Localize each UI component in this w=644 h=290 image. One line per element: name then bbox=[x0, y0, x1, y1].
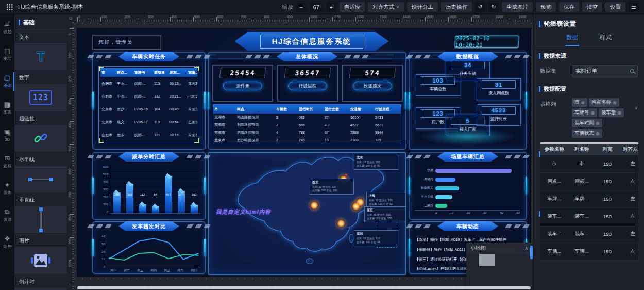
table-cell: 9844 bbox=[374, 131, 401, 134]
eye-icon[interactable]: ⊙ bbox=[67, 14, 74, 22]
tag-close-icon[interactable]: ⊗ bbox=[596, 121, 600, 126]
autofit-button[interactable]: 自适应 bbox=[340, 2, 365, 12]
tag-label: 车牌号 bbox=[574, 109, 589, 116]
search-icon[interactable] bbox=[630, 69, 634, 73]
design-canvas[interactable]: ⊙ 01002003004005006007008009001000110012… bbox=[67, 14, 533, 290]
tag-close-icon[interactable]: ⊗ bbox=[618, 110, 622, 116]
panel-data-overview[interactable]: 数据概览 103车辆总数34任务车辆31接入网点数123用户数5接入厂家4523… bbox=[409, 52, 527, 149]
tag-chip[interactable]: 装车量⊗ bbox=[599, 108, 624, 117]
overview-stat[interactable]: 36547行驶里程 bbox=[278, 65, 337, 101]
screen-title-widget[interactable]: HJ综合信息服务系统 bbox=[234, 32, 389, 51]
tag-close-icon[interactable]: ⊗ bbox=[581, 100, 585, 105]
component-tile-countdown[interactable] bbox=[14, 288, 67, 290]
table-cell: 已发车 bbox=[187, 120, 197, 125]
preview-button[interactable]: 预览 bbox=[536, 2, 556, 12]
panel-china-map[interactable]: 我是自定义html内容 ★ 北京在库: 10 营业点: 200总车辆: 900 … bbox=[208, 152, 406, 275]
rail-item-decoration[interactable]: ✦装饰 bbox=[0, 175, 14, 202]
rail-item-layers[interactable]: ▤图层 bbox=[0, 41, 14, 68]
panel-vehicle-tasks[interactable]: 车辆实时任务 市网点...车牌号装车量装车...车辆...合肥市中山...皖邮-… bbox=[93, 52, 205, 149]
tag-chip[interactable]: 车牌号⊗ bbox=[572, 108, 597, 117]
rail-item-3d[interactable]: ▣3D bbox=[0, 122, 14, 149]
tick-label: 周三 bbox=[137, 268, 143, 273]
rail-item-basic[interactable]: ▢基础 bbox=[0, 68, 14, 95]
panel-dispatch-summary[interactable]: 派单分时汇总 6005004003002001000 2563651128446… bbox=[93, 152, 205, 219]
rail-item-resource[interactable]: ⧉资源 bbox=[0, 202, 14, 229]
overview-stat[interactable]: 25454派件量 bbox=[213, 65, 273, 101]
component-tile-image[interactable] bbox=[14, 247, 67, 274]
tag-chip[interactable]: 网点名称⊗ bbox=[589, 98, 619, 107]
collapse-chevron-icon[interactable]: ∧ bbox=[524, 246, 528, 251]
history-button[interactable]: 历史操作 bbox=[441, 2, 472, 12]
basic-icon: ▢ bbox=[4, 74, 10, 81]
table-header-row: 参数名称列名称列宽对齐方式 bbox=[540, 144, 638, 155]
minimap-viewport[interactable] bbox=[479, 254, 495, 266]
tag-chip[interactable]: 市⊗ bbox=[572, 98, 587, 107]
design-division-button[interactable]: 设计分工 bbox=[407, 2, 438, 12]
table-cell: 249 bbox=[298, 138, 324, 142]
save-button[interactable]: 保存 bbox=[559, 2, 579, 12]
rail-item-collapse[interactable]: ≡收起 bbox=[0, 14, 14, 41]
component-tile-hyperlink[interactable] bbox=[14, 125, 67, 152]
stat-value: 4523 bbox=[482, 106, 516, 115]
undo-icon[interactable]: ↺ bbox=[475, 3, 485, 12]
align-mode-button[interactable]: 对齐方式 ∨ bbox=[368, 2, 404, 12]
panel-overview[interactable]: 总体概况 25454派件量36547行驶里程574投递趟次 市网点车辆数运行时长… bbox=[208, 52, 406, 149]
minimap-panel: 小地图 ∧ bbox=[466, 243, 532, 290]
bar-column: 256 bbox=[113, 165, 121, 213]
component-tile-hline[interactable] bbox=[14, 166, 67, 192]
panel-deco bbox=[186, 155, 211, 158]
ruler-label: 0 bbox=[78, 15, 80, 19]
tag-chip[interactable]: 车辆状态⊗ bbox=[572, 129, 602, 138]
tick-label: 周二 bbox=[124, 268, 130, 273]
datetime-widget[interactable]: 2025-02-10 10:20:21 bbox=[454, 36, 519, 48]
tab-data[interactable]: 数据 bbox=[565, 33, 579, 46]
map-marker-浙江 bbox=[351, 202, 361, 211]
tab-style[interactable]: 样式 bbox=[599, 33, 613, 46]
minimap-body[interactable] bbox=[466, 254, 532, 290]
dashboard-artboard[interactable]: 您好，管理员 HJ综合信息服务系统 2025-02-10 10:20:21 车辆… bbox=[77, 28, 531, 276]
horizontal-scrollbar[interactable] bbox=[77, 286, 531, 289]
component-tile-number[interactable]: 123 bbox=[14, 84, 67, 111]
clear-button[interactable]: 清空 bbox=[582, 2, 602, 12]
settings-button[interactable]: 设置 bbox=[605, 2, 625, 12]
app-grid-icon[interactable] bbox=[6, 4, 13, 10]
vertical-scrollbar[interactable] bbox=[530, 246, 533, 259]
overview-stat[interactable]: 574投递趟次 bbox=[343, 65, 402, 101]
tick-label: 周五 bbox=[164, 268, 170, 273]
tag-close-icon[interactable]: ⊗ bbox=[613, 100, 617, 105]
zoom-out-button[interactable]: − bbox=[296, 3, 307, 12]
zoom-in-button[interactable]: + bbox=[326, 3, 336, 12]
table-cell: 87 bbox=[324, 116, 349, 119]
hbar-row: 中控主机 bbox=[415, 195, 520, 199]
map-callout-深圳: 深圳在库: 18 营业点: 210总车辆: 100 在途: 98 bbox=[354, 230, 398, 246]
table-cell: 104 bbox=[153, 107, 168, 111]
rail-item-charts[interactable]: ▦图表 bbox=[0, 95, 14, 122]
hbar-label: 中控主机 bbox=[415, 195, 433, 199]
greeting-widget[interactable]: 您好，管理员 bbox=[93, 35, 161, 49]
panel-yard-summary[interactable]: 场里车辆汇总 空调单摄灯智能网关中控主机三摄灯 01020304050 bbox=[409, 152, 527, 219]
tag-chip[interactable]: 装车时间⊗ bbox=[572, 119, 602, 127]
panel-departure-compare[interactable]: 发车趟次对比 403020100 周一周二周三周四周五周六周日 bbox=[93, 222, 205, 273]
rail-item-border[interactable]: ⊞边框 bbox=[0, 149, 14, 175]
tick-label: 40 bbox=[101, 235, 105, 238]
tag-close-icon[interactable]: ⊗ bbox=[591, 110, 595, 116]
dataset-input[interactable]: 实时订单 bbox=[572, 65, 638, 77]
redo-icon[interactable]: ↻ bbox=[488, 3, 499, 12]
rail-item-component[interactable]: ❖组件 bbox=[0, 229, 14, 256]
panel-title: 派单分时汇总 bbox=[118, 152, 179, 162]
component-tile-vline[interactable] bbox=[14, 206, 67, 233]
hbar-label: 单摄灯 bbox=[415, 177, 433, 182]
component-tile-text[interactable]: T bbox=[14, 43, 67, 70]
tag-close-icon[interactable]: ⊗ bbox=[596, 131, 600, 136]
dispatch-bar-chart: 6005004003002001000 25636511284467277102 bbox=[98, 165, 200, 214]
tick-label: 40 bbox=[500, 211, 503, 214]
menu-icon[interactable]: ☰ bbox=[629, 3, 639, 12]
align-mode-label: 对齐方式 bbox=[372, 4, 394, 11]
chevron-down-icon[interactable]: ∨ bbox=[634, 105, 638, 110]
panel-title: 车辆动态 bbox=[437, 221, 498, 231]
generate-image-button[interactable]: 生成图片 bbox=[502, 2, 533, 12]
hbar-track bbox=[435, 195, 520, 199]
panel-deco bbox=[505, 55, 530, 58]
ruler-label: 300 bbox=[148, 15, 154, 19]
table-cell: 装车量 bbox=[153, 70, 168, 75]
